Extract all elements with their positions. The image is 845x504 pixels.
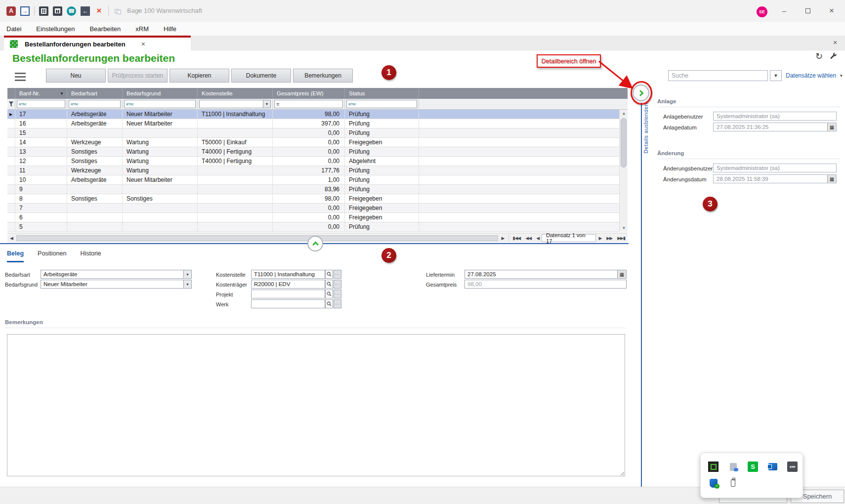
table-row[interactable]: 13 Sonstiges Wartung T40000 | Fertigung …: [7, 147, 628, 157]
more-icon[interactable]: ···: [334, 270, 341, 279]
table-row[interactable]: ▶ 17 Arbeitsgeräte Neuer Mitarbeiter T11…: [7, 110, 628, 119]
refresh-icon[interactable]: ↻: [815, 51, 823, 62]
sort-caret-icon[interactable]: ▼: [60, 91, 64, 96]
detail-tab[interactable]: Positionen: [38, 250, 66, 262]
record-next-page-icon[interactable]: ▶▶: [604, 236, 615, 241]
details-collapse-label[interactable]: Details ausblenden: [643, 103, 649, 154]
access-app-icon[interactable]: A: [6, 6, 16, 16]
search-input[interactable]: [668, 70, 768, 81]
toolbar-button[interactable]: Kopieren: [169, 69, 229, 83]
dropdown-icon[interactable]: ▼: [183, 280, 191, 288]
table-row[interactable]: 12 Sonstiges Wartung T40000 | Fertigung …: [7, 157, 628, 166]
hamburger-menu-icon[interactable]: [15, 73, 26, 81]
column-header-gesamtpreis[interactable]: Gesamtpreis (EW): [273, 88, 345, 99]
record-prev-page-icon[interactable]: ◀◀: [523, 236, 534, 241]
tabstrip-close-icon[interactable]: ×: [833, 39, 837, 46]
windows-security-icon[interactable]: ✓: [708, 478, 718, 488]
table-row[interactable]: 9 83,96 Prüfung: [7, 185, 628, 194]
hscroll-right-icon[interactable]: ▶: [499, 236, 507, 241]
table-row[interactable]: 8 Sonstiges Sonstiges 98,00 Freigegeben: [7, 194, 628, 204]
filter-input-gesamtpreis[interactable]: =: [274, 100, 343, 108]
close-button[interactable]: ×: [824, 5, 839, 17]
toolbar-button[interactable]: Dokumente: [231, 69, 291, 83]
scrollbar-thumb[interactable]: [621, 118, 627, 168]
export-icon[interactable]: →: [20, 6, 30, 16]
outlook-icon[interactable]: [767, 462, 778, 472]
toolbar-button[interactable]: Neu: [46, 69, 106, 83]
record-last-icon[interactable]: ▶▶▮: [615, 236, 628, 241]
detail-tab[interactable]: Historie: [80, 250, 101, 262]
record-prev-icon[interactable]: ◀: [534, 236, 542, 241]
menu-item[interactable]: Bearbeiten: [89, 25, 121, 33]
filter-input-bedarfsart[interactable]: a%c: [69, 100, 121, 108]
liefertermin-field[interactable]: 27.08.2025▦: [465, 270, 627, 279]
tab-close-icon[interactable]: ×: [141, 40, 145, 48]
search-icon[interactable]: [325, 290, 333, 298]
menu-item[interactable]: xRM: [135, 25, 149, 33]
calendar-icon[interactable]: ▦: [827, 175, 836, 183]
table-row[interactable]: 15 0,00 Prüfung: [7, 128, 628, 138]
column-header-kostenstelle[interactable]: Kostenstelle: [198, 88, 273, 99]
phone-icon[interactable]: ☎: [67, 6, 76, 16]
column-header-status[interactable]: Status: [345, 88, 419, 99]
calculator-icon[interactable]: [39, 6, 48, 16]
delete-icon[interactable]: ×: [94, 6, 104, 16]
print-server-icon[interactable]: [728, 462, 738, 472]
back-arrow-icon[interactable]: ←: [81, 6, 90, 16]
more-icon[interactable]: ···: [334, 280, 341, 289]
menu-item[interactable]: Datei: [6, 25, 21, 33]
splitter-vertical[interactable]: [641, 101, 642, 487]
minimize-button[interactable]: –: [777, 5, 792, 17]
scroll-up-icon[interactable]: ▲: [620, 110, 628, 117]
table-row[interactable]: 5 0,00 Prüfung: [7, 222, 628, 232]
collapse-detail-button[interactable]: [307, 236, 323, 252]
hscroll-left-icon[interactable]: ◀: [7, 236, 15, 241]
dropdown-icon[interactable]: ▼: [263, 100, 270, 108]
filter-select-kostenstelle[interactable]: ▼: [199, 100, 271, 108]
column-header-banf-nr[interactable]: Banf-Nr.▼: [15, 88, 67, 99]
usb-device-icon[interactable]: [728, 478, 738, 488]
table-vertical-scrollbar[interactable]: ▲ ▼: [619, 110, 628, 232]
sage-icon[interactable]: S: [748, 462, 758, 472]
more-icon[interactable]: ···: [334, 290, 341, 298]
records-select-link[interactable]: Datensätze wählen▾: [786, 72, 843, 79]
hscrollbar-thumb[interactable]: [16, 235, 498, 241]
filter-input-bedarfsgrund[interactable]: a%c: [124, 100, 196, 108]
table-row[interactable]: 10 Arbeitsgeräte Neuer Mitarbeiter 1,00 …: [7, 175, 628, 185]
detail-tab[interactable]: Beleg: [7, 250, 24, 262]
maximize-button[interactable]: [801, 5, 815, 17]
search-icon[interactable]: [325, 299, 333, 308]
werk-field[interactable]: [251, 299, 325, 308]
calendar-icon[interactable]: ▦: [827, 123, 836, 131]
table-row[interactable]: 14 Werkzeuge Wartung T50000 | Einkauf 0,…: [7, 138, 628, 147]
record-next-icon[interactable]: ▶: [596, 236, 604, 241]
kostenstelle-field[interactable]: T11000 | Instandhaltung: [251, 270, 325, 279]
tab-bestellanforderungen[interactable]: Bestellanforderungen bearbeiten ×: [4, 36, 191, 50]
more-icon[interactable]: ···: [334, 299, 341, 308]
menu-item[interactable]: Hilfe: [164, 25, 176, 33]
vmware-icon[interactable]: vm: [787, 462, 798, 472]
table-row[interactable]: 16 Arbeitsgeräte Neuer Mitarbeiter 397,0…: [7, 119, 628, 128]
column-header-bedarfsgrund[interactable]: Bedarfsgrund: [123, 88, 198, 99]
toolbar-button[interactable]: Prüfprozess starten: [108, 69, 168, 83]
search-filter-icon[interactable]: ▼: [770, 70, 782, 81]
filter-funnel-icon[interactable]: [7, 99, 15, 109]
search-icon[interactable]: [325, 270, 333, 279]
table-row[interactable]: 11 Werkzeuge Wartung 177,76 Prüfung: [7, 166, 628, 175]
dropdown-icon[interactable]: ▼: [183, 270, 191, 278]
search-icon[interactable]: [325, 280, 333, 289]
calendar-icon[interactable]: ▦: [617, 270, 626, 278]
settings-wrench-icon[interactable]: [830, 52, 838, 60]
table-row[interactable]: 6 0,00 Freigegeben: [7, 213, 628, 222]
filter-input-banf-nr[interactable]: a%c: [17, 100, 65, 108]
bedarfsgrund-select[interactable]: Neuer Mitarbeiter▼: [41, 280, 192, 289]
kostentraeger-field[interactable]: R20000 | EDV: [251, 280, 325, 289]
filter-input-status[interactable]: a%c: [346, 100, 417, 108]
remote-app-icon[interactable]: [708, 462, 718, 472]
record-first-icon[interactable]: ▮◀◀: [510, 236, 523, 241]
scroll-down-icon[interactable]: ▼: [620, 224, 628, 232]
menu-item[interactable]: Einstellungen: [36, 25, 75, 33]
user-avatar[interactable]: SE: [757, 6, 767, 17]
bedarfsart-select[interactable]: Arbeitsgeräte▼: [41, 270, 192, 279]
column-header-bedarfsart[interactable]: Bedarfsart: [67, 88, 123, 99]
